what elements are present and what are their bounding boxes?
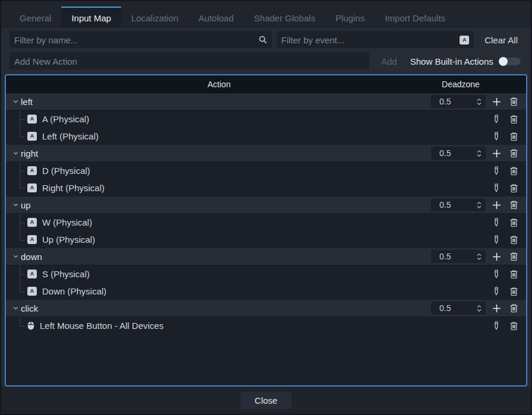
spinbox-updown-icon[interactable]	[476, 201, 482, 209]
delete-event-button[interactable]	[507, 130, 520, 143]
action-row-up[interactable]: up 0.5	[6, 197, 526, 214]
edit-event-button[interactable]	[490, 319, 503, 332]
deadzone-value[interactable]: 0.5	[439, 252, 451, 261]
action-name: right	[21, 148, 38, 159]
edit-event-button[interactable]	[490, 130, 503, 143]
delete-event-button[interactable]	[507, 319, 520, 332]
tab-import-defaults[interactable]: Import Defaults	[375, 7, 455, 28]
action-row-left[interactable]: left 0.5	[6, 93, 526, 110]
event-row[interactable]: W (Physical)	[6, 214, 526, 231]
event-label: S (Physical)	[42, 269, 90, 279]
delete-action-button[interactable]	[507, 95, 520, 108]
delete-event-button[interactable]	[507, 182, 520, 195]
edit-event-button[interactable]	[490, 113, 503, 126]
edit-event-button[interactable]	[490, 164, 503, 178]
spinbox-updown-icon[interactable]	[476, 305, 482, 312]
spinbox-updown-icon[interactable]	[476, 98, 482, 106]
tree-guide	[14, 231, 24, 248]
tab-general[interactable]: General	[10, 7, 61, 28]
action-row-click[interactable]: click 0.5	[6, 300, 526, 317]
event-label: W (Physical)	[42, 217, 92, 227]
keyboard-key-icon	[27, 132, 37, 141]
keyboard-key-icon	[27, 183, 37, 192]
delete-event-button[interactable]	[507, 216, 520, 229]
tab-plugins[interactable]: Plugins	[325, 7, 375, 28]
add-event-button[interactable]	[490, 198, 503, 211]
deadzone-spinbox[interactable]: 0.5	[431, 147, 486, 160]
collapse-chevron-icon[interactable]	[13, 203, 18, 207]
delete-event-button[interactable]	[507, 164, 520, 178]
add-new-action-input[interactable]	[14, 56, 365, 66]
keyboard-key-icon	[27, 270, 37, 278]
column-header-action: Action	[6, 80, 432, 89]
action-name: left	[21, 97, 33, 107]
add-event-button[interactable]	[490, 250, 503, 263]
event-row[interactable]: Left Mouse Button - All Devices	[6, 317, 526, 334]
event-row[interactable]: Down (Physical)	[6, 283, 526, 300]
edit-event-button[interactable]	[490, 268, 503, 281]
tab-autoload[interactable]: Autoload	[188, 7, 243, 28]
add-event-button[interactable]	[490, 302, 503, 315]
show-builtin-actions-toggle[interactable]	[499, 58, 521, 65]
tab-input-map[interactable]: Input Map	[61, 7, 121, 28]
add-new-action-field[interactable]	[10, 52, 369, 70]
delete-event-button[interactable]	[507, 113, 520, 126]
table-header: Action Deadzone	[6, 75, 526, 93]
event-row[interactable]: Left (Physical)	[6, 128, 526, 145]
collapse-chevron-icon[interactable]	[13, 255, 18, 258]
delete-action-button[interactable]	[507, 250, 520, 263]
toggle-knob-icon	[499, 57, 508, 66]
tree-guide	[14, 283, 24, 300]
add-action-row: Add Show Built-in Actions	[10, 52, 522, 70]
collapse-chevron-icon[interactable]	[13, 100, 18, 103]
delete-action-button[interactable]	[507, 198, 520, 211]
edit-event-button[interactable]	[490, 216, 503, 229]
action-row-down[interactable]: down 0.5	[6, 248, 526, 265]
event-label: Left (Physical)	[42, 131, 99, 141]
delete-action-button[interactable]	[507, 302, 520, 315]
event-row[interactable]: Right (Physical)	[6, 179, 526, 197]
event-row[interactable]: S (Physical)	[6, 265, 526, 283]
tree-guide	[14, 162, 24, 179]
filter-by-event-field[interactable]	[277, 31, 474, 49]
spinbox-updown-icon[interactable]	[476, 150, 482, 157]
add-button[interactable]: Add	[376, 56, 402, 66]
close-button[interactable]: Close	[240, 392, 292, 409]
event-row[interactable]: D (Physical)	[6, 162, 526, 179]
action-name: click	[21, 303, 38, 313]
tab-localization[interactable]: Localization	[121, 7, 188, 28]
deadzone-spinbox[interactable]: 0.5	[431, 198, 486, 211]
edit-event-button[interactable]	[490, 233, 503, 246]
delete-event-button[interactable]	[507, 285, 520, 298]
filter-by-name-input[interactable]	[14, 35, 259, 45]
add-event-button[interactable]	[490, 147, 503, 160]
delete-event-button[interactable]	[507, 268, 520, 281]
tree-guide	[14, 179, 24, 197]
event-label: A (Physical)	[42, 114, 89, 124]
deadzone-value[interactable]: 0.5	[439, 303, 451, 313]
keyboard-key-icon	[27, 218, 37, 227]
deadzone-spinbox[interactable]: 0.5	[431, 302, 486, 315]
deadzone-value[interactable]: 0.5	[439, 148, 451, 158]
deadzone-value[interactable]: 0.5	[439, 200, 451, 210]
edit-event-button[interactable]	[490, 285, 503, 298]
edit-event-button[interactable]	[490, 182, 503, 195]
clear-all-button[interactable]: Clear All	[480, 31, 522, 49]
delete-event-button[interactable]	[507, 233, 520, 246]
tree-guide	[14, 265, 24, 283]
add-event-button[interactable]	[490, 95, 503, 108]
action-row-right[interactable]: right 0.5	[6, 145, 526, 162]
deadzone-spinbox[interactable]: 0.5	[431, 95, 486, 108]
tab-shader-globals[interactable]: Shader Globals	[244, 7, 325, 28]
collapse-chevron-icon[interactable]	[13, 151, 18, 155]
filter-by-event-input[interactable]	[281, 35, 460, 45]
delete-action-button[interactable]	[507, 147, 520, 160]
spinbox-updown-icon[interactable]	[476, 253, 482, 261]
deadzone-spinbox[interactable]: 0.5	[431, 250, 486, 263]
input-map-panel: Action Deadzone left 0.5	[5, 74, 527, 387]
filter-by-name-field[interactable]	[10, 31, 272, 49]
event-row[interactable]: A (Physical)	[6, 110, 526, 128]
event-row[interactable]: Up (Physical)	[6, 231, 526, 248]
collapse-chevron-icon[interactable]	[13, 306, 18, 310]
deadzone-value[interactable]: 0.5	[439, 97, 451, 106]
